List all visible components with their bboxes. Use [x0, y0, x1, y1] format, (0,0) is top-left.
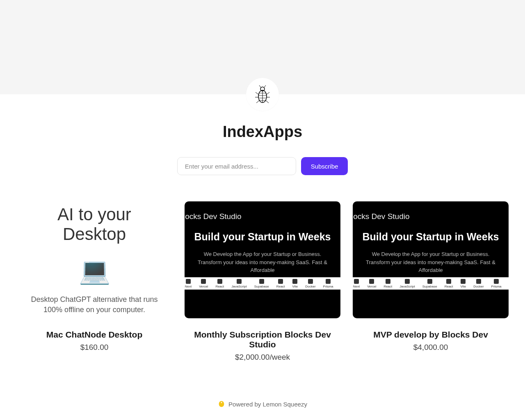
brand-title: IndexApps: [0, 123, 525, 141]
svg-line-13: [256, 100, 259, 103]
product-image: locks Dev Studio Build your Startup in W…: [185, 201, 340, 318]
main-content: IndexApps Subscribe AI to your Desktop 💻…: [0, 94, 525, 362]
product-price: $4,000.00: [353, 343, 509, 352]
svg-line-10: [267, 92, 269, 94]
subscribe-form: Subscribe: [0, 157, 525, 175]
brand-logo: [246, 78, 279, 111]
card-desc: Desktop ChatGPT alternative that runs 10…: [25, 294, 164, 315]
email-field[interactable]: [177, 157, 296, 175]
product-price: $160.00: [16, 343, 172, 352]
product-card[interactable]: locks Dev Studio Build your Startup in W…: [185, 201, 340, 362]
svg-line-8: [264, 85, 266, 87]
card-desc: We Develop the App for your Startup or B…: [189, 250, 336, 274]
product-title: MVP develop by Blocks Dev: [353, 330, 509, 340]
svg-line-14: [266, 100, 269, 103]
footer-text: Powered by Lemon Squeezy: [228, 401, 307, 408]
card-headline: Build your Startup in Weeks: [363, 231, 499, 243]
hero-banner: [0, 0, 525, 94]
product-image: AI to your Desktop 💻 Desktop ChatGPT alt…: [16, 201, 172, 318]
card-desc: We Develop the App for your Startup or B…: [357, 250, 504, 274]
product-card[interactable]: AI to your Desktop 💻 Desktop ChatGPT alt…: [16, 201, 172, 362]
svg-line-9: [256, 92, 258, 94]
product-price: $2,000.00/week: [185, 353, 340, 362]
product-image: locks Dev Studio Build your Startup in W…: [353, 201, 509, 318]
beetle-icon: [254, 84, 271, 105]
card-headline: AI to your Desktop: [25, 205, 164, 244]
product-title: Monthly Subscription Blocks Dev Studio: [185, 330, 340, 349]
product-title: Mac ChatNode Desktop: [16, 330, 172, 340]
footer[interactable]: Powered by Lemon Squeezy: [0, 400, 525, 408]
tech-strip: icon OpenAI Next Vercel React JavaScript…: [353, 277, 509, 290]
tech-strip: icon OpenAI Next Vercel React JavaScript…: [185, 277, 340, 290]
studio-label: locks Dev Studio: [353, 212, 410, 221]
product-card[interactable]: locks Dev Studio Build your Startup in W…: [353, 201, 509, 362]
lemon-icon: [218, 400, 225, 408]
subscribe-button[interactable]: Subscribe: [301, 157, 348, 175]
card-headline: Build your Startup in Weeks: [194, 231, 331, 243]
product-grid: AI to your Desktop 💻 Desktop ChatGPT alt…: [0, 201, 525, 362]
studio-label: locks Dev Studio: [185, 212, 242, 221]
svg-line-7: [259, 85, 261, 87]
laptop-icon: 💻: [79, 256, 110, 285]
